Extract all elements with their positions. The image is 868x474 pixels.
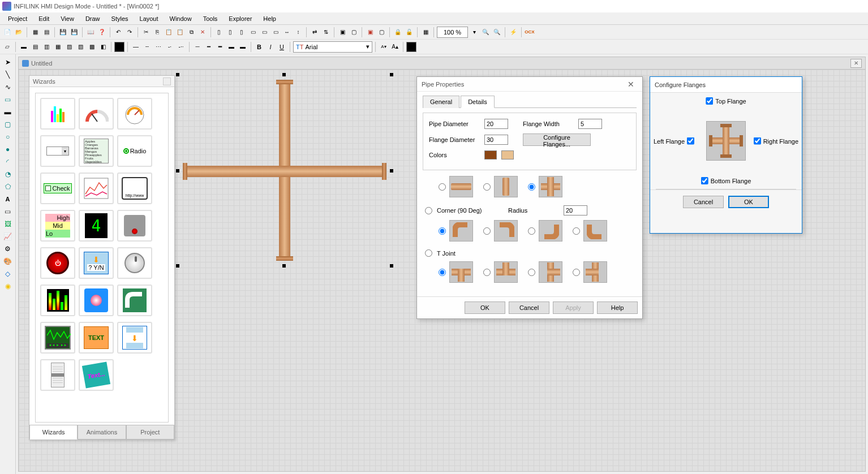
font-smaller-icon[interactable]: A▾ [379, 42, 389, 52]
flange-width-input[interactable] [578, 119, 602, 129]
zoom-input[interactable]: 100 % [437, 27, 468, 38]
weight-4-icon[interactable]: ▬ [226, 42, 237, 52]
radius-input[interactable] [564, 205, 587, 216]
roundrect-icon[interactable]: ▢ [2, 119, 14, 130]
misc2-icon[interactable]: 🎨 [2, 256, 14, 267]
align-bot-icon[interactable]: ▭ [270, 27, 281, 37]
polygon-icon[interactable]: ⬠ [2, 181, 14, 192]
menu-project[interactable]: Project [2, 14, 33, 24]
same-h-icon[interactable]: ↕ [293, 27, 303, 37]
selection-handle[interactable] [282, 73, 286, 76]
windows-icon[interactable]: ▦ [30, 27, 40, 37]
wizard-item-trend[interactable] [79, 173, 114, 204]
underline-icon[interactable]: U [277, 42, 287, 52]
flanges-ok-button[interactable]: OK [728, 196, 769, 208]
fill-h-icon[interactable]: ▤ [30, 42, 40, 52]
fill-cross-icon[interactable]: ▩ [87, 42, 97, 52]
canvas[interactable]: Wizards ▾ApplesOrangesBananasMangosPinea… [19, 70, 865, 471]
rect-fill-icon[interactable]: ▬ [2, 106, 14, 118]
selection-handle[interactable] [390, 264, 393, 268]
weight-1-icon[interactable]: ─ [192, 42, 203, 52]
copyfmt-icon[interactable]: 📋 [175, 27, 185, 37]
rect-outline-icon[interactable]: ▭ [2, 94, 14, 105]
line-dot-icon[interactable]: ⋯ [153, 42, 164, 52]
menu-styles[interactable]: Styles [106, 14, 134, 24]
lock-icon[interactable]: 🔒 [393, 27, 403, 37]
duplicate-icon[interactable]: ⧉ [186, 27, 196, 37]
line-icon[interactable]: ╲ [2, 69, 14, 80]
wizard-item-slider[interactable] [40, 359, 75, 391]
align-mid-icon[interactable]: ▭ [259, 27, 269, 37]
wizard-item-yesno[interactable]: ⬇? Y/N [79, 247, 114, 279]
pipe-diameter-input[interactable] [484, 119, 508, 129]
shape-cross-radio[interactable] [528, 183, 535, 191]
weight-2-icon[interactable]: ━ [204, 42, 214, 52]
zoom-in-icon[interactable]: 🔍 [480, 27, 491, 37]
wizard-item-download[interactable]: ⬇ [117, 322, 152, 354]
right-flange-checkbox[interactable] [754, 137, 761, 145]
fill-d1-icon[interactable]: ▨ [64, 42, 74, 52]
fill-grad-icon[interactable]: ◧ [98, 42, 108, 52]
menu-explorer[interactable]: Explorer [223, 14, 257, 24]
wizard-item-webview[interactable]: http://www [117, 173, 152, 204]
book-icon[interactable]: 📖 [85, 27, 96, 37]
bold-icon[interactable]: B [254, 42, 264, 52]
ocx-icon[interactable]: OCX [525, 27, 535, 37]
line-dd2-icon[interactable]: -·· [176, 42, 186, 52]
tjoint-2-radio[interactable] [483, 269, 491, 276]
apply-button[interactable]: Apply [553, 301, 594, 314]
tjoint-4-radio[interactable] [573, 269, 580, 276]
fill-d2-icon[interactable]: ▧ [75, 42, 85, 52]
redo-icon[interactable]: ↷ [124, 27, 135, 37]
mdi-title-bar[interactable]: Untitled ✕ [19, 57, 865, 70]
color2-swatch[interactable] [501, 150, 514, 160]
grid-icon[interactable]: ▦ [420, 27, 431, 37]
wizard-item-listbox[interactable]: ApplesOrangesBananasMangosPineapplesFrui… [79, 135, 114, 167]
misc1-icon[interactable]: ⚙ [2, 243, 14, 255]
menu-tools[interactable]: Tools [197, 14, 224, 24]
fill-grid-icon[interactable]: ▦ [53, 42, 63, 52]
menu-window[interactable]: Window [164, 14, 197, 24]
group-icon[interactable]: ▣ [337, 27, 347, 37]
tjoint-3-radio[interactable] [528, 269, 535, 276]
same-w-icon[interactable]: ↔ [282, 27, 292, 37]
line-solid-icon[interactable]: — [131, 42, 141, 52]
copy-icon[interactable]: ⎘ [152, 27, 162, 37]
wizard-item-bargraph[interactable] [40, 98, 75, 130]
corner-4-radio[interactable] [573, 227, 580, 235]
open-icon[interactable]: 📂 [14, 27, 24, 37]
menu-edit[interactable]: Edit [33, 14, 55, 24]
text-icon[interactable]: A [2, 193, 14, 205]
tjoint-1-radio[interactable] [439, 269, 446, 276]
wizard-item-powerbtn[interactable]: ⏻ [40, 247, 75, 279]
wizard-item-checkbox[interactable]: Check [40, 173, 75, 204]
wizard-item-hilo[interactable]: HighMidLo [40, 210, 75, 242]
wizard-item-textbtn[interactable]: TEXT [79, 322, 114, 354]
wizards-tab-animations[interactable]: Animations [78, 425, 126, 439]
wizard-item-camera[interactable] [117, 210, 152, 242]
align-right-icon[interactable]: ▯ [237, 27, 247, 37]
tile-icon[interactable]: ▤ [41, 27, 51, 37]
wizard-item-radio[interactable]: Radio [117, 135, 152, 167]
zoom-dropdown-icon[interactable]: ▾ [469, 27, 479, 37]
menu-help[interactable]: Help [257, 14, 282, 24]
pie-icon[interactable]: ◔ [2, 169, 14, 180]
wizards-close-icon[interactable] [163, 77, 171, 85]
text-color-swatch[interactable] [406, 42, 416, 52]
align-center-icon[interactable]: ▯ [225, 27, 235, 37]
pipe-properties-title-bar[interactable]: Pipe Properties ✕ [417, 77, 642, 92]
misc4-icon[interactable]: ◉ [2, 281, 14, 292]
corner-2-radio[interactable] [483, 227, 491, 235]
flanges-cancel-button[interactable]: Cancel [683, 196, 724, 208]
menu-view[interactable]: View [55, 14, 80, 24]
align-top-icon[interactable]: ▭ [248, 27, 258, 37]
polyline-icon[interactable]: ∿ [2, 81, 14, 93]
new-icon[interactable]: 📄 [2, 27, 12, 37]
weight-3-icon[interactable]: ━ [215, 42, 225, 52]
font-select[interactable]: TT Arial ▾ [293, 41, 372, 53]
pipe-cross-object[interactable] [183, 80, 386, 261]
left-flange-checkbox[interactable] [687, 137, 694, 145]
line-dash-icon[interactable]: ╌ [142, 42, 152, 52]
wizard-item-textfx[interactable]: Text... [79, 359, 114, 391]
wizard-item-pipe[interactable] [117, 285, 152, 316]
